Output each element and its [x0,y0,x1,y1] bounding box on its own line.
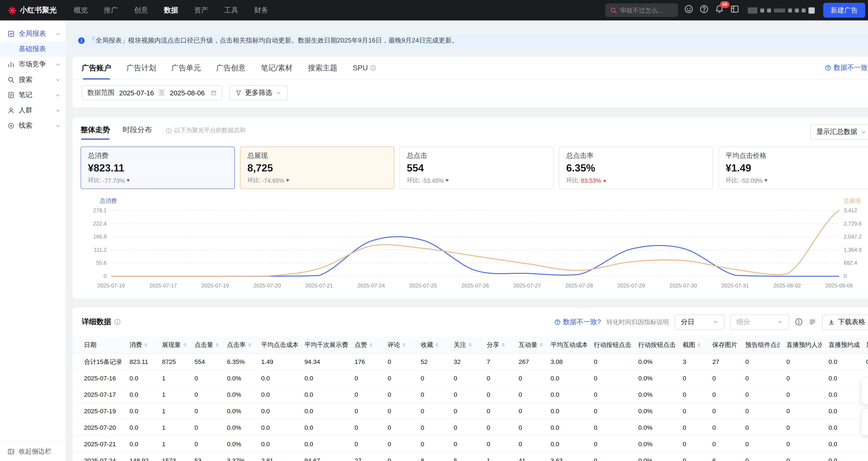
create-ad-button[interactable]: 新建广告 [823,3,865,18]
column-header[interactable]: 点击率 [220,336,254,353]
metric-card-total-cost[interactable]: 总消费¥823.11环比: -77.73% [81,146,235,189]
metric-card-total-impression[interactable]: 总展现8,725环比: -74.65% [240,146,394,189]
collapse-sidebar-button[interactable]: 收起侧边栏 [0,441,66,461]
kanban-icon[interactable] [730,4,739,16]
download-table-button[interactable]: 下载表格 [822,314,868,329]
search-input[interactable] [620,7,672,13]
sidebar-item-search[interactable]: 搜索 [0,72,66,87]
table-cell: 0 [188,403,220,419]
column-header[interactable]: 直播预约人次 [780,336,822,353]
table-cell: 3.08 [544,353,587,370]
sidebar-item-global-report[interactable]: 全局报表 [0,26,66,41]
trend-up-icon [603,179,607,182]
table-cell: 0 [739,436,779,452]
column-header[interactable]: 预告组件点击 [739,336,779,353]
customer-service-button[interactable]: 客服 [862,378,868,404]
summary-data-select[interactable]: 显示汇总数据 [810,124,868,140]
svg-text:2025-07-16: 2025-07-16 [97,283,125,289]
trend-down-icon [127,179,130,182]
column-header[interactable]: 消费 [123,336,155,353]
breakdown-select[interactable]: 细分 [730,314,789,329]
nav-overview[interactable]: 概览 [66,0,96,21]
data-mismatch-link[interactable]: 数据不一致? [555,317,601,327]
metric-card-total-ctr[interactable]: 总点击率6.35%环比: 83.53% [559,146,713,189]
help-icon[interactable] [700,4,709,16]
granularity-select[interactable]: 分日 [675,314,724,329]
nav-finance[interactable]: 财务 [246,0,276,21]
column-header[interactable]: 关注 [447,336,480,353]
tab-time-distribution[interactable]: 时段分布 [123,125,152,140]
nav-promotion[interactable]: 推广 [96,0,126,21]
tab-ad-creative[interactable]: 广告创意 [216,56,246,79]
people-icon [7,107,14,114]
sort-icon [540,343,543,347]
column-header[interactable]: 平均点击成本 [254,336,298,353]
sidebar-nav: 全局报表基础报表市场竞争搜索笔记人群线索 [0,26,66,134]
table-row: 2025-07-24148.921573533.37%2.8194.672708… [72,452,868,461]
column-header[interactable]: 直播预约成本 [822,336,859,353]
sidebar-item-note[interactable]: 笔记 [0,87,66,103]
nav-data[interactable]: 数据 [156,0,186,21]
column-header[interactable]: 评论 [381,336,414,353]
date-range-picker[interactable]: 数据范围 2025-07-16 至 2025-08-06 [82,85,222,100]
data-mismatch-link[interactable]: 数据不一致? [825,63,868,73]
column-header[interactable]: 平均千次展示费用 [298,336,348,353]
table-cell: 0 [512,436,544,452]
end-date-value[interactable]: 2025-08-06 [170,89,205,97]
table-cell: 0.0% [631,353,676,370]
chevron-down-icon [55,108,61,113]
table-cell: 0.0% [631,403,676,419]
column-header[interactable]: 行动按钮点击量 [587,336,631,353]
column-header[interactable]: 分享 [480,336,512,353]
tab-search-topic[interactable]: 搜索主题 [308,56,337,79]
table-cell: 0 [739,353,779,370]
tab-note-material[interactable]: 笔记/素材 [261,56,292,79]
table-cell: 0.0 [123,403,155,419]
table-cell: 0.0% [220,436,254,452]
tab-ad-account[interactable]: 广告账户 [82,56,111,79]
tab-ad-plan[interactable]: 广告计划 [127,56,156,79]
table-cell: 53 [188,452,220,461]
nav-tools[interactable]: 工具 [216,0,246,21]
sidebar-item-leads[interactable]: 线索 [0,118,66,134]
nav-asset[interactable]: 资产 [186,0,216,21]
table-cell: 2025-07-20 [72,419,123,436]
sidebar-item-audience[interactable]: 人群 [0,103,66,118]
feedback-button[interactable]: 反馈 [862,409,868,435]
topbar-search[interactable] [606,3,678,17]
sort-icon [402,343,406,347]
column-header[interactable]: 点击量 [188,336,220,353]
table-cell: 0 [447,370,480,386]
tab-overall-trend[interactable]: 整体走势 [81,125,110,140]
column-header[interactable]: 收藏 [414,336,447,353]
metric-card-total-click[interactable]: 总点击554环比: -53.45% [399,146,554,189]
attribution-note[interactable]: 转化时间归因指标说明 [607,318,669,326]
table-cell: 0 [512,370,544,386]
table-cell: 0 [587,436,631,452]
notification-bell[interactable]: 68 [715,4,724,16]
sidebar-item-basic-report[interactable]: 基础报表 [0,41,66,57]
metric-ratio: 环比: -53.45% [407,176,546,184]
tab-ad-unit[interactable]: 广告单元 [172,56,201,79]
more-filters-button[interactable]: 更多筛选 [229,85,288,100]
svg-text:0: 0 [844,273,847,279]
column-header[interactable]: 行动按钮点击率 [631,336,676,353]
sidebar-item-market[interactable]: 市场竞争 [0,57,66,72]
column-header[interactable]: 平均互动成本 [544,336,587,353]
topbar: 小红书聚光 概览推广创意数据资产工具财务 68 [0,0,868,21]
emoji-icon[interactable] [684,4,693,16]
metric-card-avg-cpc[interactable]: 平均点击价格¥1.49环比: -52.09% [718,146,868,189]
info-icon[interactable] [795,318,803,326]
brand-logo[interactable]: 小红书聚光 [8,5,62,15]
column-header[interactable]: 保存图片 [706,336,739,353]
nav-creative[interactable]: 创意 [126,0,156,21]
start-date-value[interactable]: 2025-07-16 [119,89,154,97]
column-header[interactable]: 截图 [676,336,706,353]
tab-spu[interactable]: SPU [353,56,376,79]
column-header[interactable]: 点赞 [348,336,381,353]
table-cell: 5 [447,452,480,461]
table-cell: 0.0 [298,386,348,403]
column-header[interactable]: 互动量 [512,336,544,353]
column-settings-icon[interactable] [808,318,816,326]
column-header[interactable]: 展现量 [155,336,188,353]
